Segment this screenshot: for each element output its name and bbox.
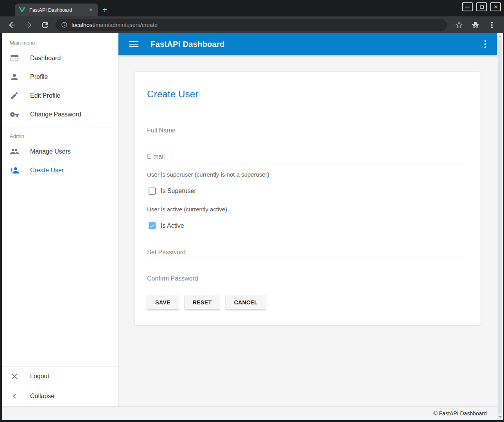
back-icon[interactable] (7, 20, 17, 30)
close-x-icon (10, 372, 19, 381)
is-superuser-label: Is Superuser (161, 188, 196, 195)
is-superuser-checkbox-row[interactable]: Is Superuser (147, 186, 468, 196)
browser-tab[interactable]: FastAPI Dashboard ✕ (15, 4, 98, 16)
scrollbar-thumb[interactable] (498, 39, 502, 414)
new-tab-button[interactable]: + (102, 5, 107, 14)
group-icon (10, 147, 19, 156)
appbar-kebab-icon[interactable] (483, 39, 488, 50)
window-controls: ✕ (462, 2, 501, 11)
sidebar-item-profile[interactable]: Profile (2, 68, 118, 86)
full-name-field-wrap (147, 124, 468, 137)
dashboard-icon (10, 54, 19, 63)
page-title: Create User (147, 89, 468, 100)
app-title: FastAPI Dashboard (151, 40, 483, 49)
sidebar-item-manage-users[interactable]: Manage Users (2, 142, 118, 161)
set-password-field-wrap (147, 246, 468, 259)
superuser-note: User is superuser (currently is not a su… (147, 171, 468, 178)
sidebar-item-create-user[interactable]: Create User (2, 161, 118, 180)
scrollbar-up-arrow[interactable] (497, 33, 503, 39)
is-active-label: Is Active (161, 222, 184, 229)
save-button[interactable]: SAVE (147, 295, 179, 309)
email-field-wrap (147, 150, 468, 163)
sidebar-item-label: Manage Users (30, 148, 71, 155)
tab-close-icon[interactable]: ✕ (87, 7, 94, 14)
url-host: localhost (72, 22, 94, 28)
browser-window: FastAPI Dashboard ✕ + ✕ localhost/main/a… (0, 0, 504, 422)
toolbar-right (451, 20, 500, 30)
full-name-input[interactable] (147, 124, 468, 137)
minimize-button[interactable] (462, 2, 473, 11)
app-bar: FastAPI Dashboard (118, 33, 497, 55)
person-add-icon (10, 166, 19, 175)
sidebar-item-dashboard[interactable]: Dashboard (2, 49, 118, 68)
set-password-input[interactable] (147, 246, 468, 259)
close-button[interactable]: ✕ (490, 2, 501, 11)
info-icon[interactable] (61, 21, 68, 28)
url-path: /main/admin/users/create (94, 22, 158, 28)
refresh-icon[interactable] (40, 20, 50, 30)
checkmark-icon (149, 223, 155, 229)
main-area: FastAPI Dashboard Create User (118, 33, 497, 406)
scrollbar-down-arrow[interactable] (497, 414, 503, 420)
vue-favicon-icon (19, 7, 25, 13)
sidebar-header-main-menu: Main menu (2, 33, 118, 49)
sidebar-item-label: Profile (30, 73, 48, 80)
sidebar-item-logout[interactable]: Logout (2, 367, 118, 386)
bookmark-star-icon[interactable] (454, 20, 464, 30)
maximize-button[interactable] (476, 2, 487, 11)
vertical-scrollbar[interactable] (497, 33, 503, 420)
create-user-card: Create User User is superuser (currently… (135, 72, 481, 325)
sidebar-header-admin: Admin (2, 127, 118, 142)
sidebar-item-label: Logout (30, 373, 49, 380)
is-active-checkbox-row[interactable]: Is Active (147, 221, 468, 231)
sidebar-spacer (2, 180, 118, 367)
browser-titlebar: FastAPI Dashboard ✕ + ✕ (0, 0, 504, 16)
sidebar-item-label: Edit Profile (30, 92, 60, 99)
browser-menu-kebab-icon[interactable] (487, 20, 497, 30)
sidebar-item-collapse[interactable]: Collapse (2, 386, 118, 406)
address-bar[interactable]: localhost/main/admin/users/create (56, 19, 447, 31)
browser-toolbar: localhost/main/admin/users/create (0, 16, 504, 33)
sidebar-item-label: Change Password (30, 111, 81, 118)
page-footer: © FastAPI Dashboard (2, 406, 497, 420)
tab-title: FastAPI Dashboard (29, 7, 87, 13)
cancel-button[interactable]: CANCEL (226, 295, 266, 309)
form-buttons: SAVE RESET CANCEL (147, 295, 468, 309)
incognito-icon (471, 20, 480, 30)
pencil-icon (10, 91, 19, 100)
confirm-password-input[interactable] (147, 272, 468, 285)
sidebar: Main menu Dashboard Profile (2, 33, 118, 406)
person-icon (10, 72, 19, 82)
reset-button[interactable]: RESET (185, 295, 220, 309)
is-superuser-checkbox[interactable] (149, 188, 156, 195)
chevron-left-icon (10, 392, 19, 401)
active-note: User is active (currently active) (147, 206, 468, 213)
is-active-checkbox[interactable] (149, 222, 156, 229)
page-content: Create User User is superuser (currently… (118, 55, 497, 406)
sidebar-item-label: Dashboard (30, 55, 61, 62)
copyright-text: © FastAPI Dashboard (434, 410, 487, 417)
email-input[interactable] (147, 150, 468, 163)
forward-icon[interactable] (24, 20, 33, 30)
sidebar-item-label: Collapse (30, 393, 54, 400)
url-text: localhost/main/admin/users/create (72, 22, 158, 28)
page-viewport: Main menu Dashboard Profile (2, 33, 503, 420)
sidebar-item-label: Create User (30, 167, 64, 174)
sidebar-item-edit-profile[interactable]: Edit Profile (2, 86, 118, 105)
key-icon (10, 110, 19, 119)
confirm-password-field-wrap (147, 272, 468, 285)
hamburger-menu-icon[interactable] (129, 39, 138, 49)
sidebar-item-change-password[interactable]: Change Password (2, 105, 118, 124)
